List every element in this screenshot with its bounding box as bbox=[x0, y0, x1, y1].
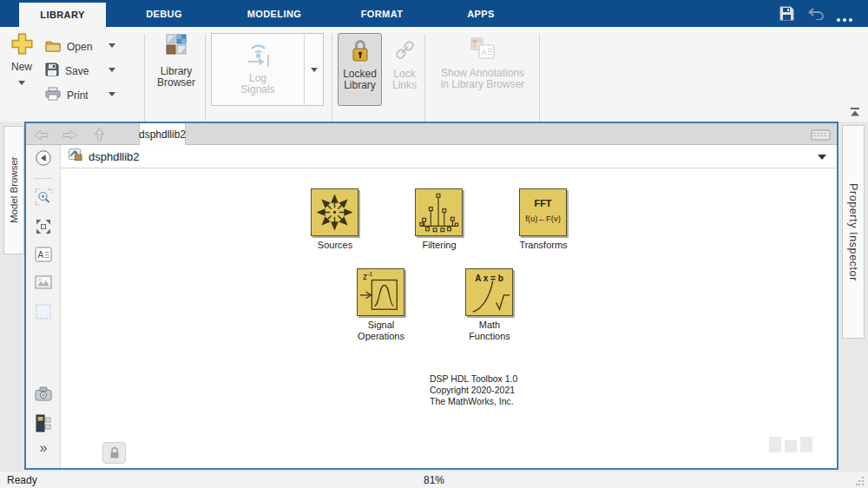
open-caret-icon[interactable] bbox=[108, 43, 115, 48]
collapse-ribbon-icon[interactable] bbox=[849, 105, 861, 121]
log-signals-caret-icon bbox=[311, 68, 318, 72]
nav-forward-icon[interactable] bbox=[62, 129, 78, 144]
new-label: New bbox=[5, 61, 38, 73]
hide-model-browser-icon[interactable] bbox=[26, 149, 61, 167]
open-button[interactable]: Open bbox=[45, 36, 92, 57]
nav-up-icon[interactable] bbox=[94, 127, 105, 145]
tab-debug-label: DEBUG bbox=[146, 9, 182, 19]
show-annotations-icon: A bbox=[470, 37, 496, 64]
transforms-formula-text: f(u)←F(v) bbox=[520, 214, 566, 223]
property-inspector-label: Property Inspector bbox=[847, 183, 859, 281]
block-transforms[interactable]: FFT f(u)←F(v) bbox=[519, 188, 567, 236]
more-tools-icon[interactable]: » bbox=[26, 440, 61, 456]
more-icon[interactable] bbox=[836, 11, 855, 25]
lock-links-label-2: Links bbox=[386, 80, 423, 91]
document-window: dsphdllib2 dsphdllib2 bbox=[24, 122, 838, 470]
area-tool-icon[interactable] bbox=[26, 304, 61, 320]
resize-grip[interactable] bbox=[856, 476, 865, 488]
tab-library-label: LIBRARY bbox=[40, 10, 84, 20]
save-button[interactable]: Save bbox=[45, 61, 89, 82]
new-caret-icon bbox=[18, 81, 25, 85]
block-math-label-2: Functions bbox=[442, 331, 537, 342]
screenshot-icon[interactable] bbox=[26, 386, 61, 401]
breadcrumb-item[interactable]: dsphdllib2 bbox=[89, 150, 140, 163]
transforms-fft-text: FFT bbox=[520, 198, 566, 208]
block-math-functions[interactable]: A x = b bbox=[465, 268, 513, 316]
log-signals-caret-section bbox=[304, 34, 323, 105]
log-signals-button: Log Signals bbox=[211, 33, 324, 106]
show-annotations-label-2: in Library Browser bbox=[431, 79, 534, 90]
block-signal-operations[interactable]: z-1 bbox=[357, 268, 404, 316]
svg-text:A: A bbox=[482, 48, 487, 56]
lock-links-icon bbox=[393, 38, 417, 65]
block-transforms-label: Transforms bbox=[496, 240, 591, 251]
block-filtering[interactable] bbox=[415, 188, 463, 236]
tab-modeling[interactable]: MODELING bbox=[231, 0, 318, 27]
block-sources-label: Sources bbox=[287, 240, 383, 251]
padlock-icon bbox=[351, 38, 370, 67]
locked-library-badge[interactable] bbox=[102, 442, 126, 464]
print-caret-icon[interactable] bbox=[108, 92, 115, 96]
tab-modeling-label: MODELING bbox=[247, 9, 301, 19]
lock-links-button: Lock Links bbox=[386, 33, 423, 106]
block-diagram-icon[interactable] bbox=[26, 414, 61, 432]
show-annotations-button: A Show Annotations in Library Browser bbox=[431, 33, 534, 90]
status-bar: Ready 81% bbox=[0, 472, 868, 488]
log-signals-label-2: Signals bbox=[212, 84, 304, 96]
new-button[interactable]: New bbox=[5, 32, 38, 102]
tab-debug[interactable]: DEBUG bbox=[122, 0, 207, 27]
tab-apps[interactable]: APPS bbox=[444, 0, 517, 27]
property-inspector-tab[interactable]: Property Inspector bbox=[842, 125, 865, 339]
image-tool-icon[interactable] bbox=[26, 275, 61, 289]
block-signal-label-1: Signal bbox=[333, 320, 429, 331]
block-signal-label-2: Operations bbox=[333, 331, 429, 342]
block-sources[interactable] bbox=[311, 188, 358, 236]
signal-z-exp: -1 bbox=[367, 271, 372, 277]
status-text: Ready bbox=[7, 474, 37, 486]
keyboard-icon[interactable] bbox=[811, 129, 831, 144]
document-tab[interactable]: dsphdllib2 bbox=[139, 123, 186, 145]
copyright-annotation: DSP HDL Toolbox 1.0 Copyright 2020-2021 … bbox=[430, 373, 517, 407]
zoom-level: 81% bbox=[424, 474, 444, 486]
save-label: Save bbox=[65, 65, 89, 77]
zoom-region-icon[interactable] bbox=[26, 188, 61, 206]
tab-format[interactable]: FORMAT bbox=[340, 0, 424, 27]
printer-icon bbox=[45, 87, 61, 104]
block-filtering-label: Filtering bbox=[391, 240, 487, 251]
tab-library[interactable]: LIBRARY bbox=[19, 3, 106, 27]
tab-format-label: FORMAT bbox=[361, 9, 404, 19]
model-browser-label: Model Browser bbox=[9, 157, 19, 224]
breadcrumb-caret-icon[interactable] bbox=[818, 155, 826, 160]
breadcrumb: dsphdllib2 bbox=[61, 145, 837, 168]
locked-library-label-2: Library bbox=[339, 80, 381, 91]
library-canvas[interactable]: Sources Filteri bbox=[62, 168, 837, 468]
library-browser-button[interactable]: Library Browser bbox=[149, 34, 203, 89]
ribbon: New Open Save Print FILE Library B bbox=[0, 27, 868, 122]
fit-to-view-icon[interactable] bbox=[26, 218, 61, 235]
new-plus-icon bbox=[10, 43, 34, 58]
save-caret-icon[interactable] bbox=[108, 68, 115, 72]
document-tab-label: dsphdllib2 bbox=[139, 129, 186, 141]
annotation-tool-icon[interactable]: A bbox=[26, 247, 61, 262]
document-tabstrip: dsphdllib2 bbox=[26, 123, 837, 145]
folder-icon bbox=[45, 39, 61, 56]
canvas-watermark bbox=[769, 437, 812, 452]
print-label: Print bbox=[67, 89, 89, 102]
save-icon[interactable] bbox=[779, 6, 794, 24]
block-math-label-1: Math bbox=[442, 320, 537, 331]
library-browser-label-2: Browser bbox=[149, 77, 203, 89]
simulink-library-window: LIBRARY DEBUG MODELING FORMAT APPS New O… bbox=[0, 0, 868, 488]
tool-palette: A » bbox=[26, 145, 61, 468]
svg-text:A: A bbox=[38, 250, 44, 260]
floppy-icon bbox=[45, 63, 59, 80]
library-browser-icon bbox=[166, 43, 187, 57]
log-signals-icon bbox=[243, 39, 273, 70]
model-browser-tab[interactable]: Model Browser bbox=[3, 126, 24, 254]
toolstrip-tabbar: LIBRARY DEBUG MODELING FORMAT APPS bbox=[0, 0, 868, 27]
locked-library-toggle[interactable]: Locked Library bbox=[338, 33, 382, 106]
open-label: Open bbox=[67, 41, 92, 53]
undo-icon[interactable] bbox=[808, 8, 825, 23]
nav-back-icon[interactable] bbox=[33, 129, 49, 144]
print-button[interactable]: Print bbox=[45, 85, 89, 106]
tab-apps-label: APPS bbox=[467, 9, 495, 19]
